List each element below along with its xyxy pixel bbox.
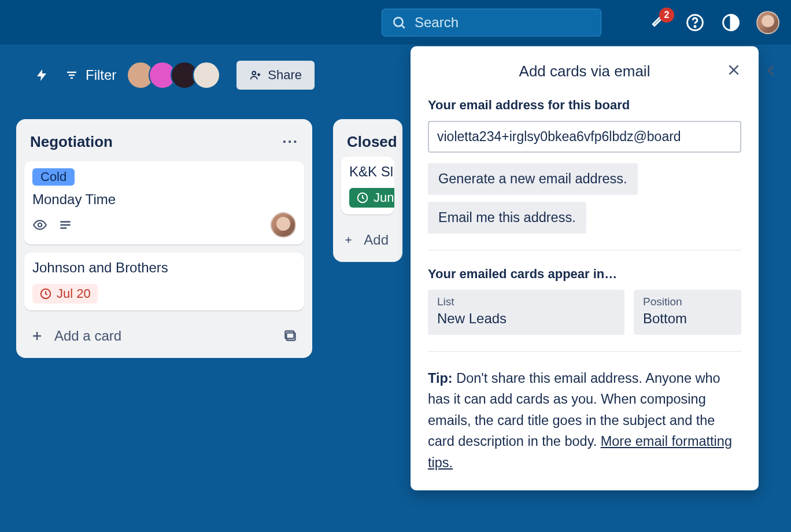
email-to-board-modal: Add cards via email Your email address f… xyxy=(411,46,759,490)
email-field-label: Your email address for this board xyxy=(428,98,741,113)
due-date-badge[interactable]: Jul 20 xyxy=(32,284,98,304)
add-card-label: Add a card xyxy=(54,328,121,344)
list-select[interactable]: List New Leads xyxy=(428,290,624,335)
top-bar: 2 xyxy=(0,0,791,45)
search-input[interactable] xyxy=(415,14,587,31)
notifications-button[interactable]: 2 xyxy=(649,12,670,33)
list-negotiation: Negotiation ··· Cold Monday Time Johnson… xyxy=(16,119,312,358)
card-title: Johnson and Brothers xyxy=(32,260,296,276)
theme-button[interactable] xyxy=(720,12,741,33)
board-email-input[interactable] xyxy=(428,121,741,153)
email-me-button[interactable]: Email me this address. xyxy=(428,202,586,234)
search-box[interactable] xyxy=(382,9,601,36)
card-title: K&K Sl xyxy=(349,164,386,180)
add-card-button[interactable]: Add a card xyxy=(24,319,304,350)
share-button[interactable]: Share xyxy=(236,61,315,90)
list-title[interactable]: Closed xyxy=(347,133,397,151)
board-members[interactable] xyxy=(132,61,220,89)
list-select-value: New Leads xyxy=(437,311,615,327)
due-date-text: Jun xyxy=(374,190,394,205)
card-title: Monday Time xyxy=(32,191,296,208)
card[interactable]: Johnson and Brothers Jul 20 xyxy=(24,253,304,311)
due-date-badge[interactable]: Jun xyxy=(349,188,394,208)
search-icon xyxy=(391,15,406,30)
tip-text: Tip: Don't share this email address. Any… xyxy=(428,368,741,473)
card[interactable]: Cold Monday Time xyxy=(24,161,304,245)
user-avatar[interactable] xyxy=(756,11,779,34)
help-button[interactable] xyxy=(685,12,705,33)
automation-button[interactable] xyxy=(35,68,49,82)
card-label[interactable]: Cold xyxy=(32,168,75,186)
due-date-text: Jul 20 xyxy=(57,286,91,301)
filter-label: Filter xyxy=(86,67,116,83)
share-label: Share xyxy=(268,68,302,83)
list-closed: Closed K&K Sl Jun Add xyxy=(333,119,402,262)
list-select-label: List xyxy=(437,295,615,308)
watch-icon xyxy=(32,217,47,232)
add-card-label: Add xyxy=(364,232,389,248)
svg-point-3 xyxy=(694,25,696,27)
position-select-value: Bottom xyxy=(643,311,732,327)
topbar-right: 2 xyxy=(649,11,779,34)
add-card-button[interactable]: Add xyxy=(341,223,394,254)
notification-badge: 2 xyxy=(659,8,674,23)
card-member-avatar[interactable] xyxy=(271,212,296,238)
svg-point-8 xyxy=(253,71,256,75)
modal-title: Add cards via email xyxy=(519,62,650,80)
list-menu-button[interactable]: ··· xyxy=(282,133,298,151)
svg-point-11 xyxy=(38,223,42,227)
card-template-button[interactable] xyxy=(283,328,298,343)
collapse-panel-icon[interactable] xyxy=(763,62,779,79)
appear-in-label: Your emailed cards appear in… xyxy=(428,267,741,282)
position-select[interactable]: Position Bottom xyxy=(634,290,741,335)
list-title[interactable]: Negotiation xyxy=(30,133,113,151)
filter-button[interactable]: Filter xyxy=(65,67,116,83)
card[interactable]: K&K Sl Jun xyxy=(341,157,394,215)
generate-email-button[interactable]: Generate a new email address. xyxy=(428,163,638,195)
svg-point-0 xyxy=(394,17,402,26)
divider xyxy=(428,250,741,250)
svg-line-1 xyxy=(402,25,405,28)
member-avatar[interactable] xyxy=(193,61,220,89)
close-icon[interactable] xyxy=(726,62,741,77)
position-select-label: Position xyxy=(643,295,732,308)
divider xyxy=(428,351,741,352)
description-icon xyxy=(58,217,73,232)
